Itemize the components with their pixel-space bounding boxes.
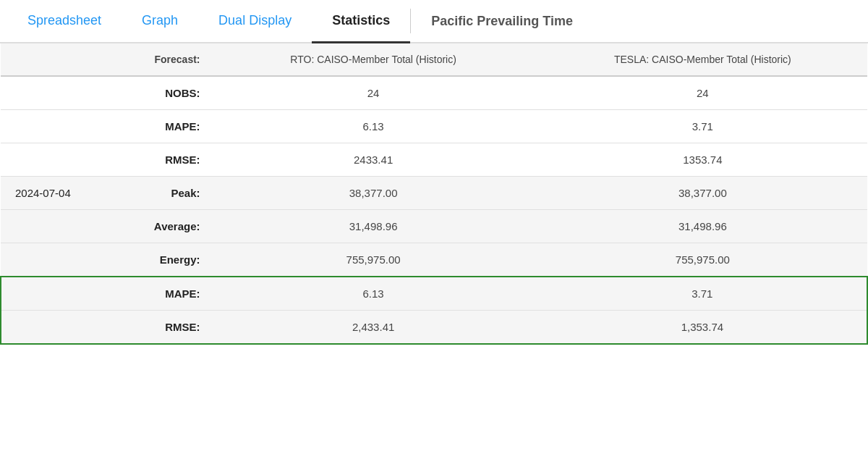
cell-date-h-mape — [1, 277, 105, 311]
cell-label-mape: MAPE: — [105, 110, 209, 143]
cell-date-rmse — [1, 143, 105, 177]
cell-rto-energy: 755,975.00 — [209, 243, 538, 277]
cell-label-avg: Average: — [105, 210, 209, 243]
table-row: MAPE: 6.13 3.71 — [1, 110, 867, 143]
header-tesla: TESLA: CAISO-Member Total (Historic) — [538, 43, 867, 76]
cell-tesla-peak: 38,377.00 — [538, 177, 867, 210]
table-header-row: Forecast: RTO: CAISO-Member Total (Histo… — [1, 43, 867, 76]
cell-tesla-energy: 755,975.00 — [538, 243, 867, 277]
table-row: Energy: 755,975.00 755,975.00 — [1, 243, 867, 277]
statistics-table-container: Forecast: RTO: CAISO-Member Total (Histo… — [0, 43, 868, 345]
cell-date-mape — [1, 110, 105, 143]
cell-label-energy: Energy: — [105, 243, 209, 277]
header-rto: RTO: CAISO-Member Total (Historic) — [209, 43, 538, 76]
table-row: NOBS: 24 24 — [1, 76, 867, 110]
cell-date-h-rmse — [1, 311, 105, 345]
cell-rto-rmse: 2433.41 — [209, 143, 538, 177]
highlighted-mape-row: MAPE: 6.13 3.71 — [1, 277, 867, 311]
table-row: 2024-07-04 Peak: 38,377.00 38,377.00 — [1, 177, 867, 210]
statistics-table: Forecast: RTO: CAISO-Member Total (Histo… — [0, 43, 868, 345]
cell-tesla-h-mape: 3.71 — [538, 277, 867, 311]
tab-pacific-prevailing-time[interactable]: Pacific Prevailing Time — [411, 0, 593, 42]
cell-rto-mape: 6.13 — [209, 110, 538, 143]
cell-date-peak: 2024-07-04 — [1, 177, 105, 210]
header-forecast-label: Forecast: — [105, 43, 209, 76]
cell-label-peak: Peak: — [105, 177, 209, 210]
tab-spreadsheet[interactable]: Spreadsheet — [7, 0, 122, 43]
tab-graph[interactable]: Graph — [122, 0, 198, 43]
table-row: Average: 31,498.96 31,498.96 — [1, 210, 867, 243]
cell-date-avg — [1, 210, 105, 243]
cell-tesla-h-rmse: 1,353.74 — [538, 311, 867, 345]
cell-tesla-rmse: 1353.74 — [538, 143, 867, 177]
cell-tesla-nobs: 24 — [538, 76, 867, 110]
tab-dual-display[interactable]: Dual Display — [198, 0, 312, 43]
tabs-container: Spreadsheet Graph Dual Display Statistic… — [0, 0, 868, 43]
cell-rto-h-mape: 6.13 — [209, 277, 538, 311]
cell-rto-nobs: 24 — [209, 76, 538, 110]
tab-statistics[interactable]: Statistics — [312, 0, 410, 43]
cell-date-energy — [1, 243, 105, 277]
cell-rto-h-rmse: 2,433.41 — [209, 311, 538, 345]
cell-rto-avg: 31,498.96 — [209, 210, 538, 243]
cell-date-nobs — [1, 76, 105, 110]
highlighted-rmse-row: RMSE: 2,433.41 1,353.74 — [1, 311, 867, 345]
cell-tesla-mape: 3.71 — [538, 110, 867, 143]
cell-label-nobs: NOBS: — [105, 76, 209, 110]
cell-label-h-mape: MAPE: — [105, 277, 209, 311]
cell-label-h-rmse: RMSE: — [105, 311, 209, 345]
cell-label-rmse: RMSE: — [105, 143, 209, 177]
cell-tesla-avg: 31,498.96 — [538, 210, 867, 243]
table-row: RMSE: 2433.41 1353.74 — [1, 143, 867, 177]
cell-rto-peak: 38,377.00 — [209, 177, 538, 210]
header-date-cell — [1, 43, 105, 76]
